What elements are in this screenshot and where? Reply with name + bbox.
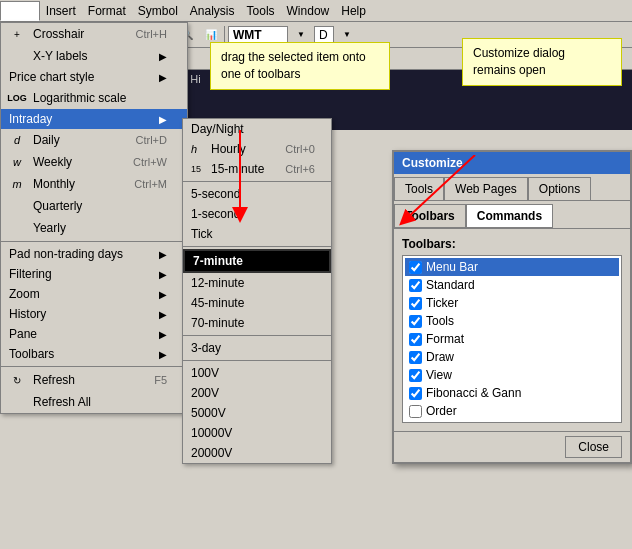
menu-price-chart-style[interactable]: Price chart style ▶ [1,67,187,87]
submenu-100v[interactable]: 100V [183,363,331,383]
menu-bar: View Insert Format Symbol Analysis Tools… [0,0,632,22]
toolbar-item-label: Tools [426,314,454,328]
submenu-20000v[interactable]: 20000V [183,443,331,463]
menu-history[interactable]: History ▶ [1,304,187,324]
toolbar-list-item[interactable]: Format [405,330,619,348]
submenu-5000v[interactable]: 5000V [183,403,331,423]
menu-help[interactable]: Help [335,2,372,20]
toolbar-item-label: Standard [426,278,475,292]
submenu-1sec[interactable]: 1-second [183,204,331,224]
sub-sep2 [183,246,331,247]
menu-logarithmic[interactable]: LOG Logarithmic scale [1,87,187,109]
menu-window[interactable]: Window [281,2,336,20]
menu-pad-nontrading[interactable]: Pad non-trading days ▶ [1,244,187,264]
sub-sep1 [183,181,331,182]
submenu-7min[interactable]: 7-minute [183,249,331,273]
dialog-tab-tools[interactable]: Tools [394,177,444,200]
toolbar-list-item[interactable]: View [405,366,619,384]
close-button[interactable]: Close [565,436,622,458]
dialog-subtab-toolbars[interactable]: Toolbars [394,204,466,228]
dialog-title: Customize [394,152,630,174]
menu-monthly[interactable]: m Monthly Ctrl+M [1,173,187,195]
toolbar-list-item[interactable]: Draw [405,348,619,366]
menu-zoom[interactable]: Zoom ▶ [1,284,187,304]
toolbar-item-label: Format [426,332,464,346]
ticker-input[interactable] [228,26,288,44]
drag-tooltip-text: drag the selected item onto one of toolb… [221,50,366,81]
toolbar-checkbox[interactable] [409,405,422,418]
menu-xy-labels[interactable]: X-Y labels ▶ [1,45,187,67]
dialog-subtab-commands[interactable]: Commands [466,204,553,228]
menu-insert[interactable]: Insert [40,2,82,20]
menu-analysis[interactable]: Analysis [184,2,241,20]
menu-toolbars[interactable]: Toolbars ▶ [1,344,187,364]
dialog-content: Toolbars: Menu BarStandardTickerToolsFor… [394,229,630,431]
submenu-70min[interactable]: 70-minute [183,313,331,333]
toolbar-list-item[interactable]: Standard [405,276,619,294]
menu-refresh[interactable]: ↻ Refresh F5 [1,369,187,391]
menu-pane[interactable]: Pane ▶ [1,324,187,344]
refresh-icon: ↻ [9,372,25,388]
submenu-3day[interactable]: 3-day [183,338,331,358]
customize-tooltip-text: Customize dialog remains open [473,46,565,77]
sub-sep3 [183,335,331,336]
toolbars-label: Toolbars: [402,237,622,251]
crosshair-icon: + [9,26,25,42]
toolbar-list-item[interactable]: Tools [405,312,619,330]
dialog-tab-options[interactable]: Options [528,177,591,200]
submenu-daynight[interactable]: Day/Night [183,119,331,139]
menu-tools[interactable]: Tools [241,2,281,20]
toolbar-checkbox[interactable] [409,261,422,274]
menu-crosshair[interactable]: + Crosshair Ctrl+H [1,23,187,45]
submenu-10000v[interactable]: 10000V [183,423,331,443]
toolbar-item-label: Draw [426,350,454,364]
view-dropdown: + Crosshair Ctrl+H X-Y labels ▶ Price ch… [0,22,188,414]
toolbar-checkbox[interactable] [409,315,422,328]
toolbar-checkbox[interactable] [409,351,422,364]
toolbar-checkbox[interactable] [409,387,422,400]
menu-yearly[interactable]: Yearly [1,217,187,239]
intraday-submenu: Day/Night h Hourly Ctrl+0 15 15-minute C… [182,118,332,464]
toolbar-list-item[interactable]: Order [405,402,619,420]
separator-2 [1,366,187,367]
toolbar-list-item[interactable]: Menu Bar [405,258,619,276]
toolbar-list-item[interactable]: Ticker [405,294,619,312]
menu-view[interactable]: View [0,1,40,21]
toolbar-checkbox[interactable] [409,333,422,346]
toolbars-list: Menu BarStandardTickerToolsFormatDrawVie… [402,255,622,423]
toolbar-item-label: View [426,368,452,382]
menu-quarterly[interactable]: Quarterly [1,195,187,217]
dialog-title-text: Customize [402,156,463,170]
submenu-tick[interactable]: Tick [183,224,331,244]
toolbar-checkbox[interactable] [409,297,422,310]
dialog-bottom: Close [394,431,630,462]
menu-symbol[interactable]: Symbol [132,2,184,20]
menu-daily[interactable]: d Daily Ctrl+D [1,129,187,151]
sep2 [224,26,226,44]
submenu-hourly[interactable]: h Hourly Ctrl+0 [183,139,331,159]
submenu-5sec[interactable]: 5-second [183,184,331,204]
submenu-45min[interactable]: 45-minute [183,293,331,313]
menu-format[interactable]: Format [82,2,132,20]
toolbar-item-label: Fibonacci & Gann [426,386,521,400]
toolbar-item-label: Order [426,404,457,418]
menu-weekly[interactable]: w Weekly Ctrl+W [1,151,187,173]
sub-sep4 [183,360,331,361]
submenu-12min[interactable]: 12-minute [183,273,331,293]
separator-1 [1,241,187,242]
toolbar-item-label: Ticker [426,296,458,310]
menu-filtering[interactable]: Filtering ▶ [1,264,187,284]
toolbar-checkbox[interactable] [409,279,422,292]
xy-icon [9,48,25,64]
submenu-15min[interactable]: 15 15-minute Ctrl+6 [183,159,331,179]
drag-tooltip: drag the selected item onto one of toolb… [210,42,390,90]
toolbar-checkbox[interactable] [409,369,422,382]
menu-refresh-all[interactable]: Refresh All [1,391,187,413]
period-input[interactable] [314,26,334,44]
toolbar-item-label: Menu Bar [426,260,478,274]
submenu-200v[interactable]: 200V [183,383,331,403]
customize-tooltip: Customize dialog remains open [462,38,622,86]
menu-intraday[interactable]: Intraday ▶ [1,109,187,129]
toolbar-list-item[interactable]: Fibonacci & Gann [405,384,619,402]
dialog-tab-webpages[interactable]: Web Pages [444,177,528,200]
